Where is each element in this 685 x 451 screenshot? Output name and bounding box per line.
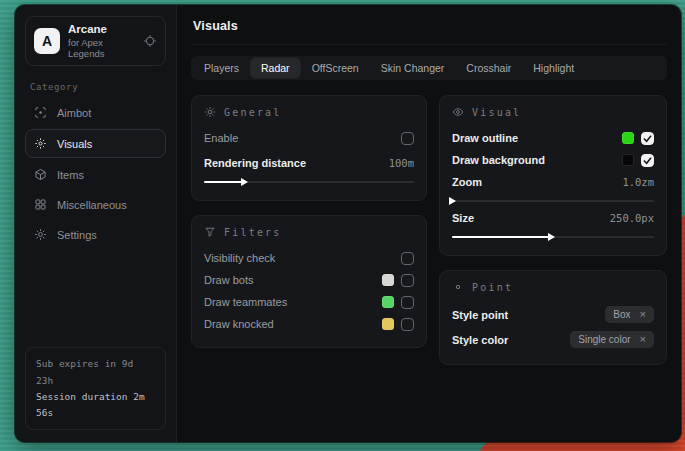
gear-icon (34, 228, 47, 241)
draw-knocked-color-swatch[interactable] (382, 318, 394, 330)
panel-filters: Filters Visibility check Draw bots (191, 215, 427, 348)
app-names: Arcane for Apex Legends (68, 23, 135, 59)
slider-thumb[interactable] (449, 197, 456, 205)
page-title: Visuals (191, 17, 667, 45)
app-subtitle: for Apex Legends (68, 37, 135, 59)
draw-knocked-row: Draw knocked (204, 313, 414, 335)
draw-outline-checkbox[interactable] (641, 132, 654, 145)
column-left: General Enable Rendering distance 100m (191, 95, 427, 348)
enable-label: Enable (204, 132, 238, 144)
point-dot-icon (452, 281, 464, 293)
remove-icon[interactable]: × (640, 309, 646, 320)
sidebar-item-label: Items (57, 169, 84, 181)
draw-teammates-checkbox[interactable] (401, 296, 414, 309)
app-name: Arcane (68, 23, 135, 35)
panel-general: General Enable Rendering distance 100m (191, 95, 427, 201)
tab-crosshair[interactable]: Crosshair (456, 58, 521, 78)
draw-knocked-checkbox[interactable] (401, 318, 414, 331)
sidebar-item-label: Miscellaneous (57, 199, 127, 211)
style-point-value: Box (613, 309, 630, 320)
sidebar-spacer (25, 251, 166, 347)
app-header-card: A Arcane for Apex Legends (25, 16, 166, 66)
scope-icon (34, 106, 47, 119)
draw-background-label: Draw background (452, 154, 545, 166)
tab-highlight[interactable]: Highlight (523, 58, 584, 78)
panel-title: Point (472, 282, 513, 293)
style-color-value: Single color (578, 334, 630, 345)
tab-radar[interactable]: Radar (251, 58, 300, 78)
panel-title: General (224, 107, 282, 118)
main-area: Visuals Players Radar OffScreen Skin Cha… (177, 5, 681, 442)
sidebar-item-visuals[interactable]: Visuals (25, 129, 166, 158)
category-label: Category (30, 82, 161, 92)
draw-bots-color-swatch[interactable] (382, 274, 394, 286)
tab-players[interactable]: Players (194, 58, 249, 78)
slider-thumb[interactable] (241, 178, 248, 186)
content: General Enable Rendering distance 100m (191, 95, 667, 365)
draw-teammates-row: Draw teammates (204, 291, 414, 313)
draw-bots-row: Draw bots (204, 269, 414, 291)
sidebar: A Arcane for Apex Legends Category Aimbo… (15, 5, 177, 442)
style-point-label: Style point (452, 309, 508, 321)
tab-offscreen[interactable]: OffScreen (302, 58, 369, 78)
target-icon[interactable] (143, 34, 157, 48)
draw-knocked-label: Draw knocked (204, 318, 274, 330)
app-window: A Arcane for Apex Legends Category Aimbo… (15, 5, 681, 442)
draw-outline-label: Draw outline (452, 132, 518, 144)
tab-bar: Players Radar OffScreen Skin Changer Cro… (191, 56, 667, 80)
style-color-select[interactable]: Single color × (570, 331, 654, 348)
zoom-slider[interactable] (452, 200, 654, 202)
remove-icon[interactable]: × (640, 334, 646, 345)
sidebar-item-label: Settings (57, 229, 97, 241)
panel-title: Visual (472, 107, 521, 118)
sidebar-item-items[interactable]: Items (25, 161, 166, 188)
panel-visual: Visual Draw outline Draw background (439, 95, 667, 256)
tab-skin-changer[interactable]: Skin Changer (371, 58, 455, 78)
enable-row: Enable (204, 127, 414, 149)
app-logo: A (34, 28, 60, 54)
eye-icon (452, 106, 464, 118)
sidebar-item-miscellaneous[interactable]: Miscellaneous (25, 191, 166, 218)
general-gear-icon (204, 106, 216, 118)
size-value: 250.0px (610, 212, 654, 224)
zoom-row: Zoom 1.0zm (452, 171, 654, 193)
sidebar-item-label: Aimbot (57, 107, 91, 119)
style-color-label: Style color (452, 334, 508, 346)
sidebar-item-label: Visuals (57, 138, 92, 150)
draw-background-color-swatch[interactable] (622, 154, 634, 166)
rendering-distance-row: Rendering distance 100m (204, 152, 414, 174)
draw-teammates-color-swatch[interactable] (382, 296, 394, 308)
draw-teammates-label: Draw teammates (204, 296, 287, 308)
style-point-select[interactable]: Box × (605, 306, 654, 323)
draw-outline-row: Draw outline (452, 127, 654, 149)
draw-outline-color-swatch[interactable] (622, 132, 634, 144)
visibility-check-label: Visibility check (204, 252, 275, 264)
draw-bots-checkbox[interactable] (401, 274, 414, 287)
slider-thumb[interactable] (548, 233, 555, 241)
visuals-aperture-icon (34, 137, 47, 150)
cube-icon (34, 168, 47, 181)
panel-title: Filters (224, 227, 282, 238)
draw-background-row: Draw background (452, 149, 654, 171)
column-right: Visual Draw outline Draw background (439, 95, 667, 365)
draw-background-checkbox[interactable] (641, 154, 654, 167)
rendering-distance-label: Rendering distance (204, 157, 306, 169)
visibility-check-checkbox[interactable] (401, 252, 414, 265)
sidebar-item-aimbot[interactable]: Aimbot (25, 99, 166, 126)
session-duration-text: Session duration 2m 56s (36, 389, 155, 421)
style-color-row: Style color Single color × (452, 327, 654, 352)
sidebar-item-settings[interactable]: Settings (25, 221, 166, 248)
zoom-label: Zoom (452, 176, 482, 188)
sub-expires-text: Sub expires in 9d 23h (36, 356, 155, 388)
enable-checkbox[interactable] (401, 132, 414, 145)
funnel-icon (204, 226, 216, 238)
rendering-distance-slider[interactable] (204, 181, 414, 183)
grid-icon (34, 198, 47, 211)
rendering-distance-value: 100m (389, 157, 414, 169)
panel-point: Point Style point Box × Style color Sing… (439, 270, 667, 365)
size-slider[interactable] (452, 236, 654, 238)
zoom-value: 1.0zm (622, 176, 654, 188)
visibility-check-row: Visibility check (204, 247, 414, 269)
size-row: Size 250.0px (452, 207, 654, 229)
draw-bots-label: Draw bots (204, 274, 254, 286)
